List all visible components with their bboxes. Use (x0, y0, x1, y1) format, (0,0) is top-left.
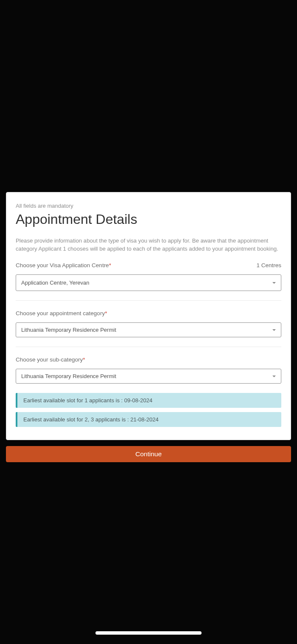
select-category[interactable]: Lithuania Temporary Residence Permit (16, 322, 281, 337)
select-value: Lithuania Temporary Residence Permit (21, 373, 116, 379)
centres-count: 1 Centres (256, 262, 281, 268)
home-indicator[interactable] (95, 631, 202, 635)
chevron-down-icon (272, 329, 276, 331)
label-text: Choose your sub-category (16, 356, 83, 363)
intro-text: Please provide information about the typ… (16, 237, 281, 253)
label-category: Choose your appointment category* (16, 310, 107, 316)
label-visa-centre: Choose your Visa Application Centre* (16, 262, 111, 268)
required-mark: * (83, 356, 85, 363)
chevron-down-icon (272, 376, 276, 377)
field-visa-centre: Choose your Visa Application Centre* 1 C… (16, 262, 281, 301)
slot-info-2: Earliest available slot for 2, 3 applica… (16, 412, 281, 427)
select-visa-centre[interactable]: Application Centre, Yerevan (16, 274, 281, 291)
form-viewport: All fields are mandatory Appointment Det… (6, 192, 291, 462)
label-text: Choose your Visa Application Centre (16, 262, 109, 268)
field-category: Choose your appointment category* Lithua… (16, 310, 281, 347)
select-value: Application Centre, Yerevan (21, 280, 89, 286)
slot-info-1: Earliest available slot for 1 applicants… (16, 393, 281, 408)
field-subcategory: Choose your sub-category* Lithuania Temp… (16, 356, 281, 384)
continue-button[interactable]: Continue (6, 446, 291, 462)
appointment-card: All fields are mandatory Appointment Det… (6, 192, 291, 440)
label-subcategory: Choose your sub-category* (16, 356, 85, 363)
page-title: Appointment Details (16, 212, 281, 227)
required-mark: * (105, 310, 107, 316)
mandatory-note: All fields are mandatory (16, 203, 281, 209)
select-subcategory[interactable]: Lithuania Temporary Residence Permit (16, 369, 281, 384)
required-mark: * (109, 262, 111, 268)
label-text: Choose your appointment category (16, 310, 105, 316)
chevron-down-icon (272, 282, 276, 284)
select-value: Lithuania Temporary Residence Permit (21, 327, 116, 333)
